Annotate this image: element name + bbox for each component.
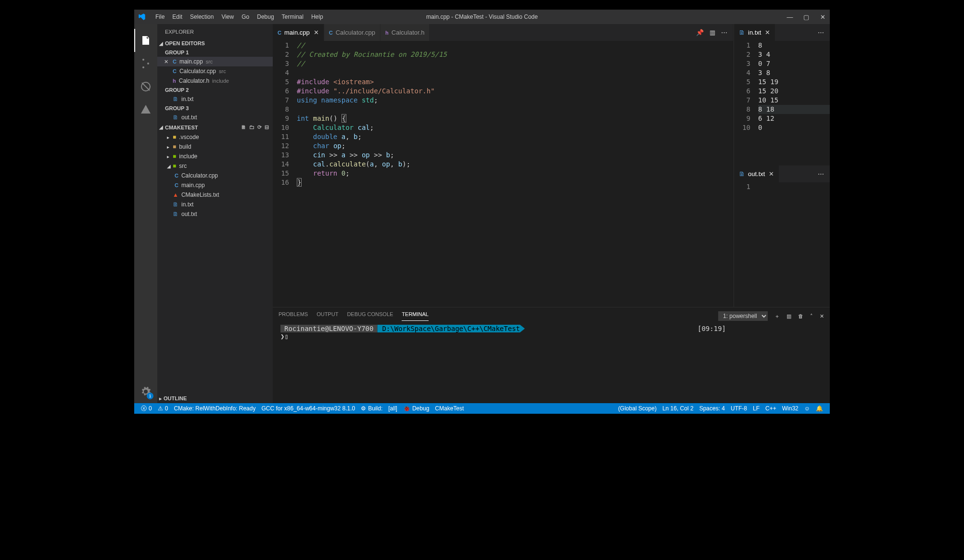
minimize-button[interactable]: — bbox=[786, 13, 793, 21]
maximize-panel-icon[interactable]: ˄ bbox=[810, 313, 813, 319]
tree-file-calculator-cpp[interactable]: CCalculator.cpp bbox=[157, 171, 273, 180]
close-icon[interactable]: ✕ bbox=[164, 59, 170, 65]
open-editor-in-txt[interactable]: 🗎in.txt bbox=[157, 94, 273, 104]
editor-pane-in: 🗎in.txt✕ ⋯ 12345678910 83 40 73 815 1915… bbox=[734, 24, 830, 165]
more-actions-icon[interactable]: ⋯ bbox=[721, 29, 727, 36]
menu-help[interactable]: Help bbox=[307, 13, 327, 20]
close-icon[interactable]: ✕ bbox=[765, 29, 770, 36]
status-bell-icon[interactable]: 🔔 bbox=[813, 405, 826, 412]
more-actions-icon[interactable]: ⋯ bbox=[818, 29, 824, 36]
outline-header[interactable]: ▸OUTLINE bbox=[157, 394, 273, 403]
group-2-label: GROUP 2 bbox=[157, 86, 273, 94]
status-feedback-icon[interactable]: ☺ bbox=[801, 405, 813, 412]
folder-icon: ■ bbox=[173, 134, 176, 140]
status-target[interactable]: CMakeTest bbox=[432, 405, 467, 412]
sidebar: EXPLORER ◢OPEN EDITORS GROUP 1 ✕Cmain.cp… bbox=[157, 24, 273, 403]
pin-icon[interactable]: 📌 bbox=[696, 29, 704, 36]
status-errors[interactable]: ⓧ 0 bbox=[138, 405, 155, 413]
menu-go[interactable]: Go bbox=[238, 13, 253, 20]
tab-main-cpp[interactable]: Cmain.cpp✕ bbox=[273, 24, 324, 41]
refresh-icon[interactable]: ⟳ bbox=[257, 124, 262, 130]
status-encoding[interactable]: UTF-8 bbox=[728, 405, 750, 412]
panel-tab-output[interactable]: OUTPUT bbox=[317, 311, 338, 321]
status-spaces[interactable]: Spaces: 4 bbox=[697, 405, 728, 412]
tree-folder-vscode[interactable]: ▸■.vscode bbox=[157, 132, 273, 142]
open-editors-header[interactable]: ◢OPEN EDITORS bbox=[157, 38, 273, 48]
code-editor-main[interactable]: 12345678910111213141516 //// Created by … bbox=[273, 41, 733, 307]
menu-debug[interactable]: Debug bbox=[253, 13, 278, 20]
open-editor-main-cpp[interactable]: ✕Cmain.cppsrc bbox=[157, 57, 273, 66]
trash-icon[interactable]: 🗑 bbox=[798, 313, 803, 319]
activity-test-icon[interactable] bbox=[134, 98, 157, 121]
status-cmake[interactable]: CMake: RelWithDebInfo: Ready bbox=[171, 405, 258, 412]
split-terminal-icon[interactable]: ▥ bbox=[786, 313, 791, 319]
close-icon[interactable]: ✕ bbox=[769, 170, 774, 178]
code-editor-in[interactable]: 12345678910 83 40 73 815 1915 2010 158 1… bbox=[734, 41, 830, 165]
code-editor-out[interactable]: 1 bbox=[734, 182, 830, 307]
split-editor-icon[interactable]: ▥ bbox=[710, 29, 715, 36]
open-editor-calculator-cpp[interactable]: CCalculator.cppsrc bbox=[157, 66, 273, 76]
status-warnings[interactable]: ⚠ 0 bbox=[155, 405, 171, 412]
tree-folder-include[interactable]: ▸■include bbox=[157, 152, 273, 161]
terminal-content[interactable]: Rocinantie@LENOVO-Y700 D:\WorkSpace\Garb… bbox=[273, 321, 830, 403]
activity-scm-icon[interactable] bbox=[134, 52, 157, 75]
terminal-select[interactable]: 1: powershell bbox=[718, 311, 768, 321]
status-language[interactable]: C++ bbox=[762, 405, 779, 412]
minimap[interactable] bbox=[714, 41, 733, 307]
tree-file-out-txt[interactable]: 🗎out.txt bbox=[157, 209, 273, 219]
txt-file-icon: 🗎 bbox=[739, 170, 745, 178]
collapse-all-icon[interactable]: ⊟ bbox=[265, 124, 269, 130]
close-icon[interactable]: ✕ bbox=[314, 29, 319, 36]
group-1-label: GROUP 1 bbox=[157, 48, 273, 57]
code-content[interactable]: //// Created by Rocinantie on 2019/5/15/… bbox=[297, 41, 714, 307]
code-content[interactable]: 83 40 73 815 1915 2010 158 186 120 bbox=[758, 41, 830, 165]
title-bar: File Edit Selection View Go Debug Termin… bbox=[134, 10, 830, 24]
new-terminal-icon[interactable]: ＋ bbox=[774, 313, 780, 320]
code-content[interactable] bbox=[758, 182, 830, 307]
tab-in-txt[interactable]: 🗎in.txt✕ bbox=[734, 24, 775, 41]
tree-file-cmakelists[interactable]: ▲CMakeLists.txt bbox=[157, 190, 273, 200]
tree-file-in-txt[interactable]: 🗎in.txt bbox=[157, 200, 273, 209]
project-header[interactable]: ◢CMAKETEST 🗎 🗀 ⟳ ⊟ bbox=[157, 122, 273, 132]
menu-edit[interactable]: Edit bbox=[168, 13, 186, 20]
status-debug[interactable]: 🐞 Debug bbox=[400, 405, 432, 412]
txt-file-icon: 🗎 bbox=[173, 211, 178, 217]
tab-calculator-h[interactable]: hCalculator.h bbox=[381, 24, 429, 41]
status-eol[interactable]: LF bbox=[750, 405, 762, 412]
tree-folder-src[interactable]: ◢■src bbox=[157, 161, 273, 171]
panel-tab-debug-console[interactable]: DEBUG CONSOLE bbox=[347, 311, 393, 321]
tree-file-main-cpp[interactable]: Cmain.cpp bbox=[157, 180, 273, 190]
tab-out-txt[interactable]: 🗎out.txt✕ bbox=[734, 165, 779, 182]
panel-tab-problems[interactable]: PROBLEMS bbox=[279, 311, 308, 321]
new-file-icon[interactable]: 🗎 bbox=[241, 124, 246, 130]
status-build[interactable]: ⚙ Build: bbox=[358, 405, 385, 412]
status-gcc[interactable]: GCC for x86_64-w64-mingw32 8.1.0 bbox=[258, 405, 358, 412]
tab-bar-main: Cmain.cpp✕ CCalculator.cpp hCalculator.h… bbox=[273, 24, 733, 41]
more-actions-icon[interactable]: ⋯ bbox=[818, 170, 824, 178]
status-target-all[interactable]: [all] bbox=[385, 405, 400, 412]
status-bar: ⓧ 0 ⚠ 0 CMake: RelWithDebInfo: Ready GCC… bbox=[134, 403, 830, 414]
panel-tab-terminal[interactable]: TERMINAL bbox=[402, 311, 429, 321]
open-editor-calculator-h[interactable]: hCalculator.hinclude bbox=[157, 76, 273, 86]
activity-explorer-icon[interactable] bbox=[134, 29, 157, 52]
vscode-logo-icon bbox=[138, 13, 146, 21]
folder-icon: ■ bbox=[173, 163, 176, 169]
status-platform[interactable]: Win32 bbox=[779, 405, 801, 412]
editor-pane-out: 🗎out.txt✕ ⋯ 1 bbox=[734, 165, 830, 307]
close-window-button[interactable]: ✕ bbox=[819, 13, 826, 21]
activity-debug-icon[interactable] bbox=[134, 75, 157, 98]
menu-selection[interactable]: Selection bbox=[186, 13, 217, 20]
status-scope[interactable]: (Global Scope) bbox=[615, 405, 660, 412]
close-panel-icon[interactable]: ✕ bbox=[820, 313, 824, 319]
tree-folder-build[interactable]: ▸■build bbox=[157, 142, 273, 152]
open-editor-out-txt[interactable]: 🗎out.txt bbox=[157, 113, 273, 122]
menu-file[interactable]: File bbox=[152, 13, 168, 20]
activity-settings-icon[interactable]: 1 bbox=[134, 380, 157, 403]
tab-calculator-cpp[interactable]: CCalculator.cpp bbox=[324, 24, 380, 41]
status-line-col[interactable]: Ln 16, Col 2 bbox=[660, 405, 697, 412]
menu-terminal[interactable]: Terminal bbox=[278, 13, 307, 20]
menu-view[interactable]: View bbox=[217, 13, 238, 20]
maximize-button[interactable]: ▢ bbox=[803, 13, 810, 21]
txt-file-icon: 🗎 bbox=[173, 114, 178, 121]
new-folder-icon[interactable]: 🗀 bbox=[249, 124, 254, 130]
